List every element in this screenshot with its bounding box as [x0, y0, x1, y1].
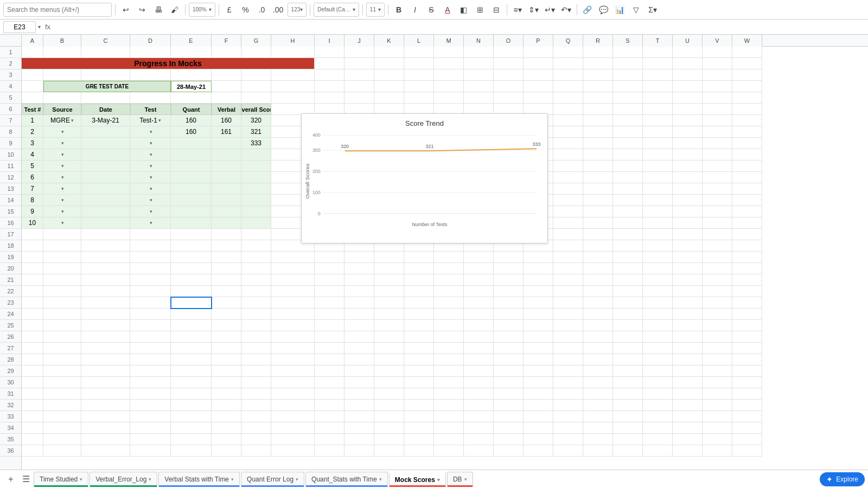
- data-overall-4[interactable]: [241, 149, 271, 160]
- decimal-decrease-button[interactable]: .0: [255, 3, 269, 17]
- data-source-3[interactable]: ▾: [43, 138, 81, 149]
- data-overall-8[interactable]: [241, 195, 271, 206]
- data-source-2[interactable]: ▾: [43, 126, 81, 138]
- data-source-10[interactable]: ▾: [43, 217, 81, 229]
- col-header-c[interactable]: C: [81, 35, 130, 47]
- strikethrough-button[interactable]: S: [424, 3, 438, 17]
- data-quant-7[interactable]: [171, 183, 212, 195]
- col-header-m[interactable]: M: [434, 35, 464, 47]
- selected-cell-e23[interactable]: [171, 297, 212, 309]
- data-source-7[interactable]: ▾: [43, 183, 81, 195]
- data-source-9[interactable]: ▾: [43, 206, 81, 217]
- merge-button[interactable]: ⊟: [489, 3, 503, 17]
- col-header-n[interactable]: N: [464, 35, 494, 47]
- align-button[interactable]: ≡▾: [510, 3, 525, 17]
- col-header-o[interactable]: O: [494, 35, 524, 47]
- wrap-button[interactable]: ↵▾: [543, 3, 557, 17]
- col-header-q[interactable]: Q: [553, 35, 583, 47]
- data-verbal-7[interactable]: [212, 183, 241, 195]
- data-test-10[interactable]: ▾: [130, 217, 171, 229]
- data-overall-3[interactable]: 333: [241, 138, 271, 149]
- add-sheet-button[interactable]: +: [3, 472, 18, 487]
- col-header-h[interactable]: H: [271, 35, 315, 47]
- filter-button[interactable]: ▽: [629, 3, 643, 17]
- col-header-u[interactable]: U: [673, 35, 703, 47]
- explore-button[interactable]: ✦ Explore: [820, 472, 865, 486]
- undo-button[interactable]: ↩: [119, 3, 133, 17]
- data-verbal-10[interactable]: [212, 217, 241, 229]
- data-source-8[interactable]: ▾: [43, 195, 81, 206]
- rotate-button[interactable]: ↶▾: [559, 3, 573, 17]
- data-test-9[interactable]: ▾: [130, 206, 171, 217]
- valign-button[interactable]: ⇕▾: [527, 3, 541, 17]
- data-test-8[interactable]: ▾: [130, 195, 171, 206]
- data-verbal-6[interactable]: [212, 172, 241, 183]
- data-overall-1[interactable]: 320: [241, 115, 271, 126]
- data-quant-6[interactable]: [171, 172, 212, 183]
- data-quant-3[interactable]: [171, 138, 212, 149]
- formula-input[interactable]: [55, 21, 865, 33]
- zoom-dropdown[interactable]: 100% ▾: [189, 3, 215, 17]
- col-header-v[interactable]: V: [703, 35, 732, 47]
- sheet-tab-quant_stats-with-time[interactable]: Quant_Stats with Time ▾: [305, 472, 388, 487]
- col-header-e[interactable]: E: [171, 35, 212, 47]
- currency-button[interactable]: £: [222, 3, 237, 17]
- data-test-7[interactable]: ▾: [130, 183, 171, 195]
- data-quant-5[interactable]: [171, 160, 212, 172]
- data-test-4[interactable]: ▾: [130, 149, 171, 160]
- cell-reference-input[interactable]: E23: [3, 21, 36, 33]
- data-overall-6[interactable]: [241, 172, 271, 183]
- col-header-t[interactable]: T: [643, 35, 673, 47]
- data-verbal-5[interactable]: [212, 160, 241, 172]
- col-header-l[interactable]: L: [404, 35, 434, 47]
- print-button[interactable]: 🖶: [151, 3, 165, 17]
- data-verbal-4[interactable]: [212, 149, 241, 160]
- col-header-w[interactable]: W: [732, 35, 762, 47]
- chart-button[interactable]: 📊: [613, 3, 627, 17]
- data-quant-4[interactable]: [171, 149, 212, 160]
- highlight-button[interactable]: ◧: [457, 3, 471, 17]
- sheet-tab-verbal_error_log[interactable]: Verbal_Error_Log ▾: [90, 472, 157, 487]
- col-header-d[interactable]: D: [130, 35, 171, 47]
- col-header-i[interactable]: I: [315, 35, 344, 47]
- sheet-menu-button[interactable]: ☰: [18, 472, 34, 487]
- data-quant-1[interactable]: 160: [171, 115, 212, 126]
- data-test-3[interactable]: ▾: [130, 138, 171, 149]
- function-button[interactable]: Σ▾: [646, 3, 660, 17]
- redo-button[interactable]: ↪: [135, 3, 149, 17]
- col-header-s[interactable]: S: [613, 35, 643, 47]
- data-verbal-8[interactable]: [212, 195, 241, 206]
- data-source-5[interactable]: ▾: [43, 160, 81, 172]
- link-button[interactable]: 🔗: [580, 3, 595, 17]
- data-test-5[interactable]: ▾: [130, 160, 171, 172]
- data-source-1[interactable]: MGRE▾: [43, 115, 81, 126]
- data-overall-9[interactable]: [241, 206, 271, 217]
- number-format-dropdown[interactable]: 123▾: [288, 3, 307, 17]
- data-test-2[interactable]: ▾: [130, 126, 171, 138]
- data-overall-10[interactable]: [241, 217, 271, 229]
- col-header-a[interactable]: A: [22, 35, 43, 47]
- paint-format-button[interactable]: 🖌: [168, 3, 182, 17]
- sheet-tab-mock-scores[interactable]: Mock Scores ▾: [389, 472, 446, 487]
- data-overall-5[interactable]: [241, 160, 271, 172]
- sheet-tab-verbal-stats-with-time[interactable]: Verbal Stats with Time ▾: [158, 472, 240, 487]
- menu-search-input[interactable]: [3, 3, 112, 17]
- text-color-button[interactable]: A: [441, 3, 455, 17]
- data-source-4[interactable]: ▾: [43, 149, 81, 160]
- decimal-increase-button[interactable]: .00: [271, 3, 285, 17]
- data-quant-9[interactable]: [171, 206, 212, 217]
- data-overall-7[interactable]: [241, 183, 271, 195]
- sheet-tab-time-studied[interactable]: Time Studied ▾: [34, 472, 88, 487]
- font-size-dropdown[interactable]: 11 ▾: [366, 3, 385, 17]
- font-dropdown[interactable]: Default (Ca… ▾: [314, 3, 359, 17]
- col-header-r[interactable]: R: [583, 35, 613, 47]
- data-quant-8[interactable]: [171, 195, 212, 206]
- comment-button[interactable]: 💬: [597, 3, 611, 17]
- percent-button[interactable]: %: [239, 3, 253, 17]
- data-test-1[interactable]: Test-1▾: [130, 115, 171, 126]
- data-overall-2[interactable]: 321: [241, 126, 271, 138]
- col-header-j[interactable]: J: [344, 35, 374, 47]
- bold-button[interactable]: B: [392, 3, 406, 17]
- sheet-tab-quant-error-log[interactable]: Quant Error Log ▾: [241, 472, 304, 487]
- data-verbal-2[interactable]: 161: [212, 126, 241, 138]
